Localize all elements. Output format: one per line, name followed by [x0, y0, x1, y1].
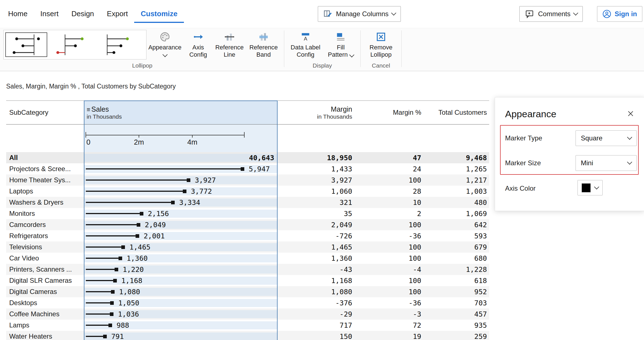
header-margin-label: Margin — [331, 105, 352, 113]
total-margin-pct: 47 — [354, 154, 423, 162]
comments-icon — [525, 9, 535, 19]
sales-value: 1,168 — [121, 277, 142, 285]
table-row[interactable]: Camcorders 2,049 2,049 100 642 — [6, 219, 489, 230]
subcategory-cell: Monitors — [6, 210, 84, 217]
data-label-config-button[interactable]: A Data Label Config — [288, 28, 323, 58]
total-label: All — [6, 154, 84, 162]
table-row[interactable]: Washers & Dryers 3,334 321 10 480 — [6, 197, 489, 208]
sales-cell: 2,049 — [84, 221, 278, 229]
menu-customize[interactable]: Customize — [134, 6, 184, 23]
subcategory-cell: Digital Cameras — [6, 288, 84, 296]
marker-size-dropdown[interactable]: Mini — [576, 155, 637, 171]
customers-cell: 703 — [423, 299, 489, 307]
lollipop-bar: 3,927 — [86, 176, 278, 184]
lollipop-square-marker — [108, 324, 112, 327]
table-row[interactable]: Projectors & Scree... 5,947 1,433 24 1,2… — [6, 163, 489, 174]
menu-home[interactable]: Home — [2, 6, 34, 22]
header-margin[interactable]: Margin in Thousands — [278, 101, 354, 124]
manage-columns-button[interactable]: Manage Columns — [318, 6, 401, 22]
subcategory-cell: Lamps — [6, 321, 84, 329]
header-sales[interactable]: ≡Sales in Thousands — [84, 101, 278, 124]
lollipop-bar: 2,156 — [86, 210, 278, 218]
table-row[interactable]: Refrigerators 2,001 -726 -36 593 — [6, 230, 489, 241]
table-header-row: SubCategory ≡Sales in Thousands Margin i… — [6, 100, 489, 124]
remove-lollipop-label-1: Remove — [370, 44, 392, 51]
customers-cell: 457 — [423, 310, 489, 318]
lollipop-stick — [86, 179, 187, 181]
lollipop-square-marker — [103, 335, 107, 338]
margin-pct-cell: 28 — [354, 187, 423, 195]
menu-insert[interactable]: Insert — [34, 6, 65, 22]
total-margin: 18,950 — [278, 154, 354, 162]
total-row[interactable]: All 40,643 18,950 47 9,468 — [6, 152, 489, 163]
reference-band-label-2: Band — [256, 51, 271, 58]
header-total-customers[interactable]: Total Customers — [423, 101, 489, 124]
table-row[interactable]: Digital SLR Cameras 1,168 1,168 100 618 — [6, 275, 489, 286]
header-sales-units: in Thousands — [87, 113, 278, 120]
table-row[interactable]: Printers, Scanners ... 1,220 -43 -4 1,22… — [6, 264, 489, 275]
chevron-down-icon — [162, 52, 167, 57]
margin-pct-cell: -4 — [354, 265, 423, 274]
remove-lollipop-label-2: Lollipop — [370, 51, 392, 58]
lollipop-bar: 3,334 — [86, 198, 278, 207]
axis-color-dropdown[interactable] — [577, 180, 603, 195]
total-sales: 40,643 — [249, 154, 275, 162]
lollipop-stick — [86, 313, 110, 315]
table-row[interactable]: Coffee Machines 1,036 -29 -3 457 — [6, 308, 489, 320]
lollipop-stick — [86, 168, 241, 169]
sales-value: 1,050 — [118, 299, 139, 307]
comments-label: Comments — [538, 10, 570, 18]
table-row[interactable]: Laptops 3,772 1,060 28 1,003 — [6, 186, 489, 197]
table-row[interactable]: Televisions 1,465 1,465 100 679 — [6, 241, 489, 253]
appearance-panel: Appearance Marker Type Square Marker Siz… — [495, 97, 644, 211]
sales-value: 1,360 — [127, 254, 148, 262]
sign-in-label: Sign in — [615, 10, 637, 18]
menu-export[interactable]: Export — [100, 6, 134, 22]
chevron-down-icon — [594, 184, 599, 189]
reference-band-button[interactable]: Reference Band — [247, 28, 280, 58]
lollipop-square-marker — [136, 234, 139, 238]
remove-lollipop-button[interactable]: Remove Lollipop — [364, 28, 397, 58]
lollipop-style-3[interactable] — [95, 32, 137, 57]
lollipop-bar: 5,947 — [86, 165, 278, 173]
table-row[interactable]: Desktops 1,050 -376 -36 703 — [6, 297, 489, 308]
appearance-button[interactable]: Appearance — [148, 28, 182, 56]
axis-config-button[interactable]: Axis Config — [184, 28, 212, 58]
subcategory-cell: Car Video — [6, 254, 84, 262]
menu-design[interactable]: Design — [65, 6, 100, 22]
table-row[interactable]: Car Video 1,360 1,360 100 680 — [6, 253, 489, 264]
marker-type-dropdown[interactable]: Square — [576, 130, 637, 146]
subcategory-cell: Home Theater Sys... — [6, 176, 84, 184]
ribbon-group-label-lollipop: Lollipop — [3, 62, 281, 71]
main-menu: Home Insert Design Export Customize — [2, 6, 184, 23]
table-row[interactable]: Digital Cameras 1,080 1,080 100 952 — [6, 286, 489, 297]
table-row[interactable]: Home Theater Sys... 3,927 3,927 100 1,21… — [6, 174, 489, 186]
header-margin-pct[interactable]: Margin % — [354, 101, 423, 124]
reference-line-button[interactable]: Reference Line — [214, 28, 245, 58]
drag-handle-icon[interactable]: ≡ — [87, 106, 90, 113]
sales-cell: 5,947 — [84, 165, 278, 173]
close-button[interactable] — [625, 108, 636, 119]
lollipop-style-gallery — [3, 30, 146, 59]
sales-value: 3,927 — [195, 176, 216, 184]
lollipop-style-2[interactable] — [50, 32, 92, 57]
table-row[interactable]: Monitors 2,156 35 2 1,069 — [6, 208, 489, 219]
comments-button[interactable]: Comments — [519, 6, 583, 22]
ribbon-separator — [401, 30, 402, 67]
margin-cell: 717 — [278, 321, 354, 329]
lollipop-style-3-preview — [95, 32, 137, 57]
table-row[interactable]: Water Heaters 791 150 19 259 — [6, 331, 489, 340]
sign-in-button[interactable]: Sign in — [597, 6, 642, 22]
sales-cell: 791 — [84, 332, 278, 340]
data-label-icon: A — [300, 30, 311, 44]
header-subcategory[interactable]: SubCategory — [6, 101, 84, 124]
axis-tick-2m: 2m — [134, 138, 144, 146]
ribbon: Appearance Axis Config — [0, 28, 644, 71]
table-row[interactable]: Lamps 988 717 72 935 — [6, 320, 489, 331]
lollipop-style-1[interactable] — [5, 32, 47, 57]
lollipop-square-marker — [115, 268, 118, 271]
fill-pattern-button[interactable]: Fill Pattern — [325, 28, 356, 58]
sales-value: 1,080 — [119, 288, 140, 296]
lollipop-stick — [86, 258, 119, 259]
lollipop-stick — [86, 202, 171, 203]
